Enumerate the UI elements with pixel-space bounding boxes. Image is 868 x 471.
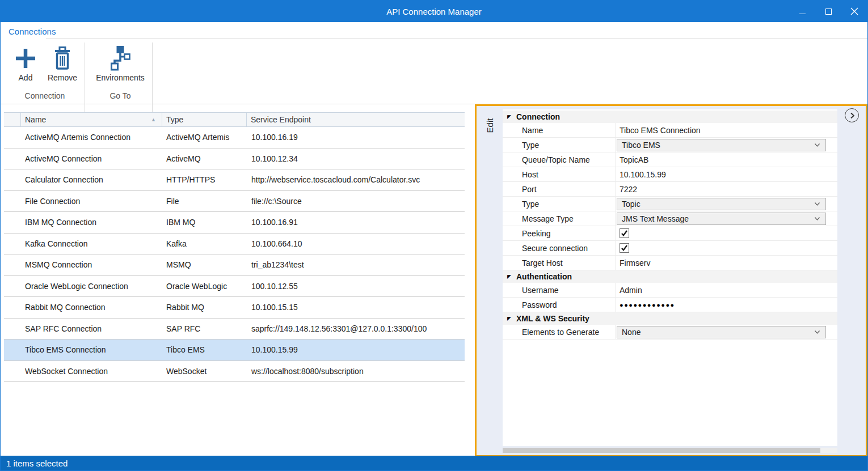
scrollbar-thumb[interactable] <box>503 448 820 453</box>
table-row[interactable]: Kafka ConnectionKafka10.100.664.10 <box>4 234 465 255</box>
property-row: Peeking <box>503 226 837 241</box>
cell-type: Rabbit MQ <box>162 303 247 312</box>
property-value[interactable]: Tibco EMS <box>616 138 837 152</box>
property-row: TypeTopic <box>503 197 837 211</box>
property-value[interactable]: None <box>616 325 837 339</box>
property-dropdown[interactable]: Tibco EMS <box>617 139 826 151</box>
table-row[interactable]: WebSocket ConnectionWebSocketws://localh… <box>4 361 465 383</box>
ribbon: Connections Add Remove <box>1 22 867 104</box>
property-checkbox[interactable] <box>620 243 629 253</box>
table-row[interactable]: IBM MQ ConnectionIBM MQ10.100.16.91 <box>4 212 465 234</box>
chevron-down-icon <box>814 202 820 206</box>
cell-type: Kafka <box>162 239 247 248</box>
window-controls <box>789 1 867 22</box>
cell-service-endpoint: 10.100.16.19 <box>247 133 465 142</box>
property-row: Elements to GenerateNone <box>503 325 837 340</box>
close-button[interactable] <box>841 1 867 22</box>
cell-service-endpoint: 10.100.15.99 <box>247 345 465 354</box>
property-text-value: 10.100.15.99 <box>616 170 666 179</box>
table-row[interactable]: File ConnectionFilefile://c:\Source <box>4 191 465 213</box>
property-dropdown[interactable]: Topic <box>617 198 826 210</box>
environments-button-label: Environments <box>96 73 145 82</box>
property-row: Host10.100.15.99 <box>503 167 837 182</box>
table-row[interactable]: Tibco EMS ConnectionTibco EMS10.100.15.9… <box>4 340 465 361</box>
add-button-label: Add <box>19 73 33 82</box>
connection-table-body: ActiveMQ Artemis ConnectionActiveMQ Arte… <box>4 127 465 382</box>
edit-tab-strip[interactable]: Edit <box>477 106 503 455</box>
property-label: Port <box>503 182 616 196</box>
property-label: Secure connection <box>503 241 616 255</box>
section-header-connection[interactable]: ◤Connection <box>503 111 837 123</box>
minimize-button[interactable] <box>789 1 815 22</box>
property-value[interactable]: ●●●●●●●●●●●● <box>616 298 837 312</box>
section-header-xml-ws-security[interactable]: ◤XML & WS Security <box>503 312 837 325</box>
column-header-name[interactable]: Name ▲ <box>21 113 162 126</box>
table-row[interactable]: ActiveMQ Artemis ConnectionActiveMQ Arte… <box>4 127 465 148</box>
edit-panel: Edit ◤ConnectionNameTibco EMS Connection… <box>475 104 867 457</box>
property-value[interactable]: JMS Text Message <box>616 211 837 226</box>
property-value[interactable] <box>616 241 837 255</box>
property-value[interactable]: Admin <box>616 283 837 297</box>
property-label: Host <box>503 167 616 181</box>
property-text-value: Admin <box>616 286 642 295</box>
cell-service-endpoint: 10.100.12.34 <box>247 154 465 163</box>
maximize-button[interactable] <box>815 1 841 22</box>
cell-name: File Connection <box>21 197 162 206</box>
property-label: Password <box>503 298 616 312</box>
cell-type: ActiveMQ Artemis <box>162 133 247 142</box>
group-label-connection: Connection <box>10 91 80 100</box>
property-dropdown[interactable]: JMS Text Message <box>617 213 826 225</box>
table-row[interactable]: Rabbit MQ ConnectionRabbit MQ10.100.15.1… <box>4 297 465 319</box>
connection-table: Name ▲ Type Service Endpoint ActiveMQ Ar… <box>4 112 465 382</box>
ribbon-group-separator <box>85 43 85 113</box>
section-header-authentication[interactable]: ◤Authentication <box>503 270 837 283</box>
property-value[interactable]: Topic <box>616 197 837 211</box>
property-row: Port7222 <box>503 182 837 197</box>
property-value[interactable]: Tibco EMS Connection <box>616 123 837 137</box>
password-masked-value: ●●●●●●●●●●●● <box>616 302 675 308</box>
statusbar: 1 items selected <box>1 456 867 470</box>
cell-name: ActiveMQ Artemis Connection <box>21 133 162 142</box>
table-row[interactable]: ActiveMQ ConnectionActiveMQ10.100.12.34 <box>4 148 465 170</box>
chevron-down-icon <box>814 217 820 221</box>
horizontal-scrollbar[interactable] <box>503 448 837 453</box>
close-icon <box>850 7 858 15</box>
property-text-value: TopicAB <box>616 155 648 164</box>
property-text-value: Tibco EMS Connection <box>616 126 701 135</box>
property-value[interactable] <box>616 226 837 240</box>
property-value[interactable]: Firmserv <box>616 256 837 270</box>
checkmark-icon <box>621 230 628 237</box>
property-value[interactable]: TopicAB <box>616 152 837 167</box>
cell-name: Calculator Connection <box>21 175 162 184</box>
property-row: Target HostFirmserv <box>503 256 837 270</box>
table-row[interactable]: Calculator ConnectionHTTP/HTTPShttp://we… <box>4 169 465 191</box>
property-value[interactable]: 7222 <box>616 182 837 196</box>
expander-icon: ◤ <box>507 114 513 120</box>
dropdown-selected-value: Tibco EMS <box>622 141 660 150</box>
property-dropdown[interactable]: None <box>617 326 826 338</box>
table-row[interactable]: MSMQ ConnectionMSMQtri_ab1234\test <box>4 254 465 276</box>
cell-name: Tibco EMS Connection <box>21 345 162 354</box>
section-title: XML & WS Security <box>516 314 589 323</box>
property-grid: ◤ConnectionNameTibco EMS ConnectionTypeT… <box>503 109 837 446</box>
collapse-panel-button[interactable] <box>845 108 859 122</box>
property-label: Username <box>503 283 616 297</box>
checkmark-icon <box>621 244 628 252</box>
column-header-type[interactable]: Type <box>162 113 247 126</box>
maximize-icon <box>825 9 832 15</box>
property-row: Password●●●●●●●●●●●● <box>503 298 837 312</box>
table-row[interactable]: SAP RFC ConnectionSAP RFCsaprfc://149.14… <box>4 319 465 340</box>
tab-connections[interactable]: Connections <box>9 27 56 36</box>
titlebar: API Connection Manager <box>1 1 867 22</box>
dropdown-selected-value: None <box>622 328 641 337</box>
chevron-down-icon <box>814 330 820 334</box>
property-value[interactable]: 10.100.15.99 <box>616 167 837 181</box>
column-header-service-endpoint[interactable]: Service Endpoint <box>247 113 465 126</box>
property-row: Message TypeJMS Text Message <box>503 211 837 226</box>
cell-name: Kafka Connection <box>21 239 162 248</box>
property-checkbox[interactable] <box>620 228 629 238</box>
ribbon-group-separator <box>152 43 153 113</box>
cell-type: IBM MQ <box>162 218 247 227</box>
cell-type: Oracle WebLogic <box>162 282 247 291</box>
table-row[interactable]: Oracle WebLogic ConnectionOracle WebLogi… <box>4 276 465 298</box>
